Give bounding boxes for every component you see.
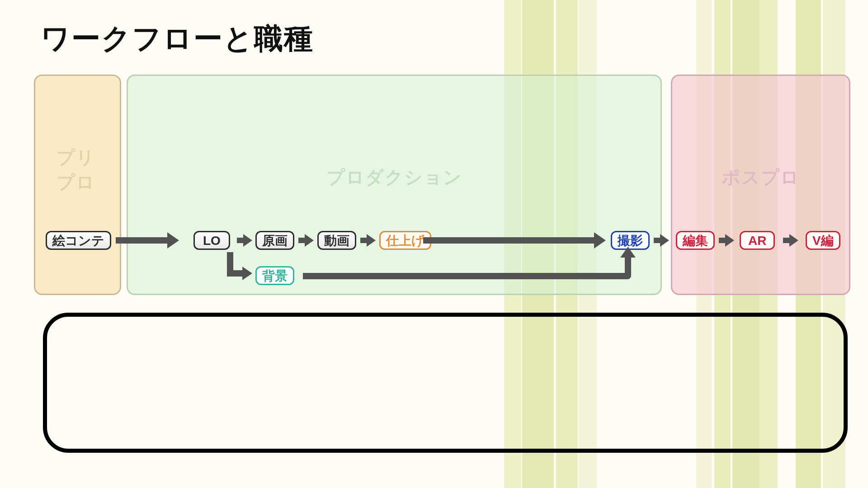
arrow-haikei-right — [303, 273, 625, 279]
node-haikei: 背景 — [255, 266, 294, 285]
phase-production: プロダクション — [127, 75, 662, 295]
phase-postproduction: ポスプロ — [671, 75, 850, 295]
phase-label-main: プロダクション — [326, 165, 462, 190]
node-henshuu: 編集 — [676, 231, 715, 250]
node-ar: AR — [740, 231, 775, 250]
phase-preproduction: プリプロ — [34, 75, 121, 295]
arrow-ar-vhen — [783, 238, 790, 243]
phase-label-pre: プリプロ — [57, 145, 99, 195]
node-lo: LO — [193, 231, 230, 250]
phase-label-post: ポスプロ — [722, 165, 800, 190]
arrow-shiage-satsuei — [423, 237, 595, 244]
arrow-satsuei-henshuu — [654, 238, 661, 243]
caption-box-empty — [43, 313, 848, 453]
arrow-lo-haikei — [227, 270, 243, 277]
page-title: ワークフローと職種 — [41, 19, 314, 58]
node-econte: 絵コンテ — [46, 231, 111, 250]
node-vhen: V編 — [806, 231, 840, 250]
arrow-econte-lo — [116, 237, 168, 244]
node-genga: 原画 — [255, 231, 294, 250]
node-douga: 動画 — [317, 231, 356, 250]
arrow-douga-shiage — [360, 238, 368, 243]
arrow-lo-genga — [237, 238, 244, 243]
arrow-haikei-up — [625, 257, 631, 279]
arrow-genga-douga — [298, 238, 306, 243]
arrow-henshuu-ar — [719, 238, 726, 243]
